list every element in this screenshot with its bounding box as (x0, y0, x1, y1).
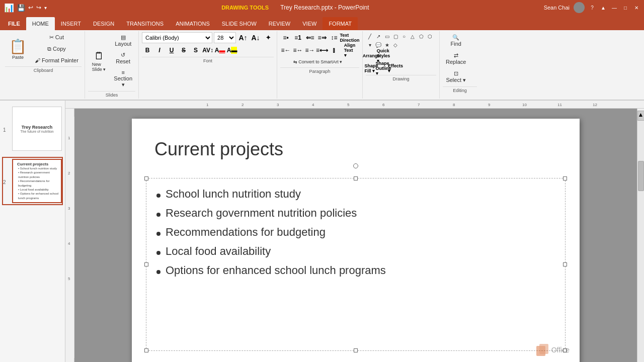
shape-oval[interactable]: ○ (400, 32, 408, 40)
shape-star[interactable]: ★ (383, 41, 391, 49)
quick-access-undo[interactable]: ↩ (28, 4, 33, 11)
align-left-button[interactable]: ≡← (280, 45, 291, 56)
paste-button[interactable]: 📋 Paste (5, 33, 31, 64)
handle-tc[interactable] (354, 176, 358, 180)
svg-text:4: 4 (68, 241, 70, 246)
tab-format[interactable]: FORMAT (323, 17, 358, 30)
maximize-button[interactable]: □ (622, 4, 629, 11)
shape-rounded-rect[interactable]: ▢ (391, 32, 399, 40)
tab-insert[interactable]: INSERT (55, 17, 87, 30)
shape-diamond[interactable]: ◇ (391, 41, 399, 49)
layout-button[interactable]: ▤ Layout (111, 32, 135, 49)
handle-ml[interactable] (144, 262, 148, 266)
shape-hexagon[interactable]: ⬡ (426, 32, 434, 40)
shape-outline-button[interactable]: Shape Outline ▾ (378, 63, 389, 74)
quick-access-redo[interactable]: ↪ (36, 4, 41, 11)
handle-tr[interactable] (563, 176, 567, 180)
scroll-thumb[interactable] (638, 161, 644, 191)
increase-indent-button[interactable]: ≡⇒ (316, 32, 328, 43)
tab-design[interactable]: DESIGN (87, 17, 120, 30)
font-name-select[interactable]: Calibri (Body) (142, 32, 212, 43)
bullet-text-3[interactable]: Recommendations for budgeting (166, 226, 326, 239)
shape-callout[interactable]: 💬 (374, 41, 382, 49)
ribbon-toggle[interactable]: ▲ (600, 4, 607, 11)
highlight-button[interactable]: A▬ (226, 45, 237, 56)
strikethrough-button[interactable]: S (178, 45, 189, 56)
slide-1-thumb[interactable]: 1 Trey Research The future of nutrition (2, 105, 63, 153)
underline-button[interactable]: U (166, 45, 177, 56)
bullet-text-2[interactable]: Research government nutrition policies (166, 207, 357, 220)
shape-rect[interactable]: ▭ (383, 32, 391, 40)
bullet-text-1[interactable]: School lunch nutrition study (166, 188, 301, 201)
paragraph-group: ≡• ≡1 ⇐≡ ≡⇒ ↕≡ Text Direction ≡← ≡↔ ≡→ ≡… (277, 31, 363, 99)
tab-slideshow[interactable]: SLIDE SHOW (216, 17, 263, 30)
quick-access-save[interactable]: 💾 (17, 4, 25, 12)
scroll-up-btn[interactable]: ▲ (637, 111, 645, 121)
document-title: Trey Research.pptx - PowerPoint (280, 4, 369, 11)
handle-mr[interactable] (563, 262, 567, 266)
decrease-indent-button[interactable]: ⇐≡ (304, 32, 315, 43)
shape-triangle[interactable]: △ (409, 32, 417, 40)
shape-arrow[interactable]: ↗ (374, 32, 382, 40)
tab-animations[interactable]: ANIMATIONS (170, 17, 216, 30)
italic-button[interactable]: I (154, 45, 165, 56)
reset-button[interactable]: ↺ Reset (111, 50, 135, 66)
columns-button[interactable]: ⫿ (329, 45, 340, 56)
font-size-select[interactable]: 28 (214, 32, 236, 43)
bold-button[interactable]: B (142, 45, 153, 56)
align-text-button[interactable]: Align Text ▾ (344, 45, 355, 56)
bullet-list-button[interactable]: ≡• (280, 32, 291, 43)
bullet-text-4[interactable]: Local food availability (166, 245, 271, 258)
format-painter-button[interactable]: 🖌 Format Painter (32, 55, 82, 65)
scroll-track[interactable] (637, 121, 645, 362)
align-right-button[interactable]: ≡→ (304, 45, 315, 56)
section-button[interactable]: ≡ Section ▾ (111, 67, 135, 90)
arrange-button[interactable]: Arrange (366, 50, 377, 61)
help-button[interactable]: ? (589, 4, 596, 11)
rotation-handle[interactable] (353, 163, 358, 168)
shape-effects-button[interactable]: Effects ▾ (390, 63, 401, 74)
new-slide-button[interactable]: 🗒 NewSlide ▾ (88, 46, 110, 77)
shadow-button[interactable]: S (190, 45, 201, 56)
tab-home[interactable]: HOME (26, 17, 55, 30)
shape-pentagon[interactable]: ⬠ (417, 32, 425, 40)
cut-button[interactable]: ✂ Cut (32, 32, 82, 43)
bullet-text-5[interactable]: Options for enhanced school lunch progra… (166, 264, 386, 277)
svg-text:5: 5 (68, 277, 70, 281)
handle-bc[interactable] (354, 348, 358, 352)
find-button[interactable]: 🔍 Find (443, 32, 469, 49)
tab-view[interactable]: VIEW (296, 17, 323, 30)
justify-button[interactable]: ≡⟷ (316, 45, 328, 56)
minimize-button[interactable]: — (611, 4, 618, 11)
char-spacing-button[interactable]: AV↕ (202, 45, 213, 56)
replace-button[interactable]: ⇄ Replace (443, 50, 469, 67)
shapes-grid: ╱ ↗ ▭ ▢ ○ △ ⬠ ⬡ ▾ 💬 ★ ◇ (366, 32, 436, 49)
slide-content-box[interactable]: School lunch nutrition study Research go… (146, 178, 566, 351)
tab-review[interactable]: REVIEW (263, 17, 296, 30)
tab-file[interactable]: FILE (2, 17, 26, 30)
quick-styles-button[interactable]: Quick Styles ▾ (378, 50, 389, 61)
drawing-fills: Shape Fill ▾ Shape Outline ▾ Effects ▾ (366, 63, 436, 74)
font-color-button[interactable]: A▬ (214, 45, 225, 56)
close-button[interactable]: ✕ (633, 4, 640, 11)
text-direction-button[interactable]: Text Direction (344, 32, 355, 43)
vertical-scrollbar[interactable]: ▲ ▼ (637, 109, 644, 362)
copy-button[interactable]: ⧉ Copy (32, 44, 82, 54)
select-button[interactable]: ⊡ Select ▾ (443, 68, 469, 85)
tab-transitions[interactable]: TRANSITIONS (120, 17, 170, 30)
slide-1-title-preview: Trey Research (22, 125, 53, 130)
clear-format[interactable]: ✦ (263, 32, 274, 43)
shape-more[interactable]: ▾ (366, 41, 374, 49)
slide-2-thumb[interactable]: 2 Current projects • School lunch nutrit… (2, 157, 63, 205)
numbered-list-button[interactable]: ≡1 (292, 32, 303, 43)
handle-tl[interactable] (144, 176, 148, 180)
convert-smartart-button[interactable]: ⇆ Convert to SmartArt ▾ (280, 57, 355, 66)
shape-line[interactable]: ╱ (366, 32, 374, 40)
handle-bl[interactable] (144, 348, 148, 352)
bullet-dot-1 (156, 194, 160, 198)
font-increase[interactable]: A↑ (237, 32, 249, 43)
font-decrease[interactable]: A↓ (250, 32, 261, 43)
canvas-area[interactable]: Current projects (74, 109, 637, 362)
line-spacing-button[interactable]: ↕≡ (329, 32, 340, 43)
align-center-button[interactable]: ≡↔ (292, 45, 303, 56)
